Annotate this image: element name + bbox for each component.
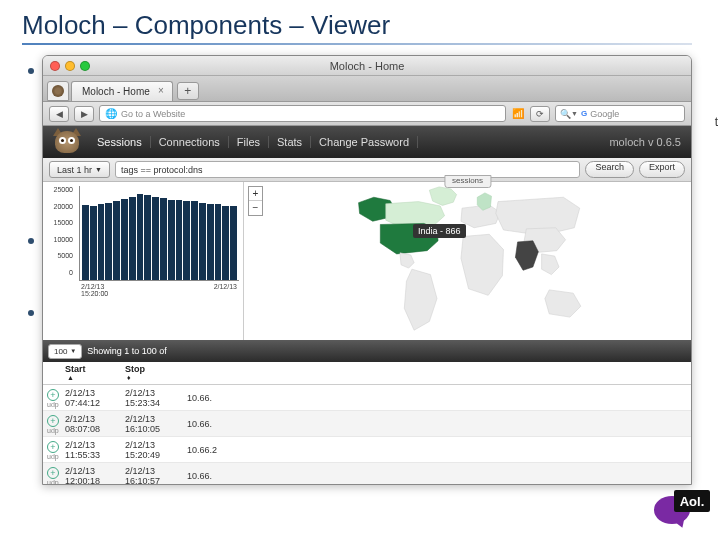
search-icon: 🔍: [560, 109, 571, 119]
close-icon[interactable]: ×: [156, 86, 166, 96]
url-placeholder: Go to a Website: [121, 109, 185, 119]
chevron-down-icon: ▼: [95, 166, 102, 173]
histogram-bar[interactable]: [222, 206, 229, 280]
histogram-bar[interactable]: [98, 204, 105, 280]
zoom-out-button[interactable]: −: [249, 201, 262, 215]
app-nav-bar: Sessions Connections Files Stats Change …: [43, 126, 691, 158]
histogram-bar[interactable]: [113, 201, 120, 280]
chevron-down-icon: ▼: [70, 348, 76, 354]
map-tooltip: India - 866: [413, 224, 466, 238]
world-map-svg: [244, 182, 691, 340]
histogram-bar[interactable]: [230, 206, 237, 280]
app-version: moloch v 0.6.5: [609, 136, 681, 148]
browser-toolbar: ◀ ▶ 🌐 Go to a Website 📶 ⟳ 🔍 ▼ G Google: [43, 102, 691, 126]
sessions-table: Start▲ Stop♦ +udp2/12/1307:44:122/12/131…: [43, 362, 691, 485]
rss-icon[interactable]: 📶: [511, 108, 525, 119]
filter-bar: Last 1 hr ▼ Search Export: [43, 158, 691, 182]
table-row[interactable]: +udp2/12/1311:55:332/12/1315:20:4910.66.…: [43, 437, 691, 463]
favicon-tab[interactable]: [47, 81, 69, 101]
bullet: [28, 238, 34, 244]
sort-asc-icon: ▲: [67, 374, 125, 381]
browser-tab-active[interactable]: Moloch - Home ×: [71, 81, 173, 101]
search-input[interactable]: 🔍 ▼ G Google: [555, 105, 685, 122]
nav-sessions[interactable]: Sessions: [89, 136, 151, 148]
nav-stats[interactable]: Stats: [269, 136, 311, 148]
zoom-in-button[interactable]: +: [249, 187, 262, 201]
histogram-bar[interactable]: [160, 198, 167, 280]
filter-query-input[interactable]: [115, 161, 580, 178]
tab-label: Moloch - Home: [82, 86, 150, 97]
browser-window: Moloch - Home Moloch - Home × + ◀ ▶ 🌐 Go…: [42, 55, 692, 485]
y-axis-ticks: 2500020000150001000050000: [45, 186, 73, 276]
title-underline: [22, 43, 692, 45]
sort-icon: ♦: [127, 374, 187, 381]
nav-connections[interactable]: Connections: [151, 136, 229, 148]
table-row[interactable]: +udp2/12/1312:00:182/12/1316:10:5710.66.: [43, 463, 691, 485]
time-range-dropdown[interactable]: Last 1 hr ▼: [49, 161, 110, 178]
table-control-bar: 100▼ Showing 1 to 100 of: [43, 340, 691, 362]
histogram-bar[interactable]: [152, 197, 159, 280]
browser-tab-strip: Moloch - Home × +: [43, 76, 691, 102]
aol-logo: Aol.: [654, 488, 706, 530]
histogram-bar[interactable]: [144, 195, 151, 280]
bullet: [28, 68, 34, 74]
forward-button[interactable]: ▶: [74, 106, 94, 122]
bullet: [28, 310, 34, 316]
address-bar[interactable]: 🌐 Go to a Website: [99, 105, 506, 122]
page-size-dropdown[interactable]: 100▼: [48, 344, 82, 359]
map-zoom-control: + −: [248, 186, 263, 216]
histogram-bar[interactable]: [207, 204, 214, 280]
window-titlebar: Moloch - Home: [43, 56, 691, 76]
main-content: 2500020000150001000050000 2/12/1315:20:0…: [43, 182, 691, 340]
chevron-down-icon: ▼: [571, 110, 578, 117]
table-row[interactable]: +udp2/12/1308:07:082/12/1316:10:0510.66.: [43, 411, 691, 437]
histogram-bar[interactable]: [183, 201, 190, 280]
histogram-bar[interactable]: [191, 201, 198, 280]
reload-button[interactable]: ⟳: [530, 106, 550, 122]
slide-title: Moloch – Components – Viewer: [0, 0, 720, 43]
histogram-bar[interactable]: [90, 206, 97, 280]
table-header-row: Start▲ Stop♦: [43, 362, 691, 385]
histogram-bar[interactable]: [121, 199, 128, 280]
clipped-text: t: [715, 115, 718, 129]
col-start[interactable]: Start▲: [65, 364, 125, 381]
expand-row-button[interactable]: +: [47, 441, 59, 453]
x-axis-ticks: 2/12/1315:20:00 2/12/13: [79, 281, 239, 297]
time-range-label: Last 1 hr: [57, 165, 92, 175]
histogram-bar[interactable]: [129, 197, 136, 280]
nav-files[interactable]: Files: [229, 136, 269, 148]
expand-row-button[interactable]: +: [47, 415, 59, 427]
histogram-bars[interactable]: [79, 186, 239, 281]
window-title: Moloch - Home: [43, 60, 691, 72]
col-stop[interactable]: Stop♦: [125, 364, 187, 381]
search-button[interactable]: Search: [585, 161, 634, 178]
histogram-bar[interactable]: [137, 194, 144, 280]
search-placeholder: Google: [590, 109, 619, 119]
expand-row-button[interactable]: +: [47, 467, 59, 479]
geo-map[interactable]: sessions + −: [243, 182, 691, 340]
back-button[interactable]: ◀: [49, 106, 69, 122]
showing-text: Showing 1 to 100 of: [87, 346, 167, 356]
histogram-bar[interactable]: [199, 203, 206, 280]
histogram-bar[interactable]: [176, 200, 183, 280]
owl-icon: [52, 85, 64, 97]
map-sessions-handle[interactable]: sessions: [444, 175, 491, 188]
histogram-bar[interactable]: [82, 205, 89, 280]
new-tab-button[interactable]: +: [177, 82, 199, 100]
owl-logo-icon: [51, 128, 83, 156]
table-row[interactable]: +udp2/12/1307:44:122/12/1315:23:3410.66.: [43, 385, 691, 411]
globe-icon: 🌐: [105, 108, 117, 119]
histogram-bar[interactable]: [105, 203, 112, 280]
histogram-bar[interactable]: [215, 204, 222, 280]
expand-row-button[interactable]: +: [47, 389, 59, 401]
google-icon: G: [581, 109, 587, 118]
export-button[interactable]: Export: [639, 161, 685, 178]
session-histogram: 2500020000150001000050000 2/12/1315:20:0…: [43, 182, 243, 340]
aol-wordmark: Aol.: [674, 490, 710, 512]
nav-change-password[interactable]: Change Password: [311, 136, 418, 148]
histogram-bar[interactable]: [168, 200, 175, 280]
